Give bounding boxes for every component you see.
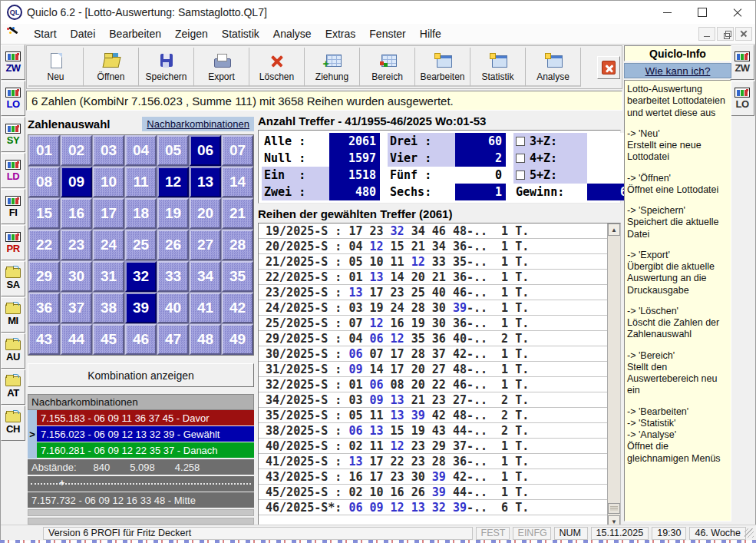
mdi-minimize-button[interactable] — [698, 27, 715, 41]
toolbar-button-bereich[interactable]: Bereich — [360, 48, 415, 87]
menu-item-start[interactable]: Start — [27, 25, 64, 43]
menu-item-hilfe[interactable]: Hilfe — [413, 25, 448, 43]
reihen-row-18[interactable]: 46/2025-S*: 06 09 12 13 32 39-.. 6 T. — [259, 500, 607, 515]
reihen-row-1[interactable]: 20/2025-S : 04 12 15 21 34 36-.. 1 T. — [259, 239, 607, 254]
mdi-restore-button[interactable] — [717, 27, 734, 41]
checkbox[interactable] — [516, 137, 525, 146]
rail-button-mi[interactable]: MI — [1, 297, 25, 333]
number-cell-30[interactable]: 30 — [61, 261, 92, 292]
toolbar-button-analyse[interactable]: Analyse — [526, 48, 581, 87]
menu-item-zeigen[interactable]: Zeigen — [168, 25, 215, 43]
rail-button-au[interactable]: AU — [1, 333, 25, 369]
toolbar-button-statistik[interactable]: Statistik — [470, 48, 526, 87]
rail-button-at[interactable]: AT — [1, 369, 25, 405]
scroll-up-icon[interactable]: ▲ — [608, 223, 620, 236]
menu-item-extras[interactable]: Extras — [319, 25, 363, 43]
neighbor-row-0[interactable]: 7.155.183 - 06 09 11 36 37 45 - Davor — [37, 410, 254, 425]
number-cell-37[interactable]: 37 — [61, 293, 92, 323]
scroll-thumb[interactable] — [608, 503, 620, 514]
reihen-row-16[interactable]: 43/2025-S : 16 17 23 30 39 42-.. 1 T. — [259, 469, 607, 485]
number-cell-03[interactable]: 03 — [93, 135, 124, 166]
reihen-row-5[interactable]: 24/2025-S : 03 19 24 28 30 39-.. 1 T. — [259, 300, 607, 316]
toolbar-button-öffnen[interactable]: Öffnen — [84, 48, 139, 87]
number-cell-34[interactable]: 34 — [190, 261, 221, 292]
number-cell-28[interactable]: 28 — [222, 230, 253, 260]
number-cell-29[interactable]: 29 — [28, 261, 60, 292]
toolbar-button-speichern[interactable]: Speichern — [139, 48, 194, 87]
number-cell-05[interactable]: 05 — [157, 135, 189, 166]
number-cell-21[interactable]: 21 — [222, 198, 253, 229]
reihen-row-13[interactable]: 38/2025-S : 06 13 15 19 43 44-.. 2 T. — [259, 423, 607, 439]
number-cell-24[interactable]: 24 — [93, 230, 124, 260]
number-cell-14[interactable]: 14 — [222, 167, 253, 197]
number-cell-15[interactable]: 15 — [28, 198, 60, 229]
wie-kann-ich-link[interactable]: Wie kann ich? — [624, 63, 731, 78]
number-cell-40[interactable]: 40 — [157, 293, 189, 323]
reihen-row-2[interactable]: 21/2025-S : 05 10 11 12 33 35-.. 1 T. — [259, 254, 607, 270]
number-cell-01[interactable]: 01 — [28, 135, 60, 166]
number-cell-26[interactable]: 26 — [157, 230, 189, 260]
number-cell-45[interactable]: 45 — [93, 324, 124, 355]
reihen-row-17[interactable]: 45/2025-S : 02 10 16 26 39 44-.. 1 T. — [259, 485, 607, 500]
number-cell-10[interactable]: 10 — [93, 167, 124, 197]
reihen-row-0[interactable]: 19/2025-S : 17 23 32 34 46 48-.. 1 T. — [259, 223, 607, 239]
menu-item-analyse[interactable]: Analyse — [266, 25, 319, 43]
maximize-button[interactable] — [685, 1, 720, 24]
menu-item-fenster[interactable]: Fenster — [362, 25, 412, 43]
reihen-row-12[interactable]: 35/2025-S : 05 11 13 39 42 48-.. 2 T. — [259, 408, 607, 423]
number-cell-38[interactable]: 38 — [93, 293, 124, 323]
rail-button-lo[interactable]: LO — [1, 81, 25, 116]
menu-item-bearbeiten[interactable]: Bearbeiten — [102, 25, 168, 43]
number-cell-35[interactable]: 35 — [222, 261, 253, 292]
number-cell-07[interactable]: 07 — [222, 135, 253, 166]
rail-button-sy[interactable]: SY — [1, 117, 25, 152]
rail-button-zw[interactable]: ZW — [730, 45, 754, 80]
reihen-row-14[interactable]: 40/2025-S : 02 11 12 23 29 37-.. 1 T. — [259, 439, 607, 454]
rail-button-fi[interactable]: FI — [1, 189, 25, 224]
number-cell-18[interactable]: 18 — [125, 198, 157, 229]
reihen-row-8[interactable]: 30/2025-S : 06 07 17 28 37 42-.. 1 T. — [259, 346, 607, 362]
toolbar-button-ziehung[interactable]: Ziehung — [305, 48, 360, 87]
number-cell-27[interactable]: 27 — [190, 230, 221, 260]
rail-button-lo[interactable]: LO — [730, 81, 754, 116]
rail-button-ld[interactable]: LD — [1, 153, 25, 188]
number-cell-08[interactable]: 08 — [28, 167, 60, 197]
number-cell-06[interactable]: 06 — [190, 135, 221, 166]
number-cell-44[interactable]: 44 — [61, 324, 92, 355]
number-cell-42[interactable]: 42 — [222, 293, 253, 323]
number-cell-09[interactable]: 09 — [61, 167, 92, 197]
nachbarkombinationen-link[interactable]: Nachbarkombinationen — [142, 117, 254, 131]
reihen-row-11[interactable]: 34/2025-S : 03 09 13 21 23 27-.. 2 T. — [259, 392, 607, 408]
number-cell-11[interactable]: 11 — [125, 167, 157, 197]
number-cell-22[interactable]: 22 — [28, 230, 60, 260]
scrollbar[interactable]: ▲ ▼ — [607, 223, 620, 528]
number-cell-47[interactable]: 47 — [157, 324, 189, 355]
number-cell-46[interactable]: 46 — [125, 324, 157, 355]
kombination-anzeigen-button[interactable]: Kombination anzeigen — [28, 363, 254, 387]
close-button[interactable] — [720, 1, 755, 24]
reihen-row-4[interactable]: 23/2025-S : 13 17 23 25 40 46-.. 1 T. — [259, 285, 607, 300]
number-cell-31[interactable]: 31 — [93, 261, 124, 292]
number-cell-49[interactable]: 49 — [222, 324, 253, 355]
number-cell-23[interactable]: 23 — [61, 230, 92, 260]
minimize-button[interactable] — [649, 1, 685, 24]
reihen-row-9[interactable]: 31/2025-S : 09 14 17 20 27 48-.. 1 T. — [259, 362, 607, 377]
menu-item-statistik[interactable]: Statistik — [215, 25, 266, 43]
number-cell-43[interactable]: 43 — [28, 324, 60, 355]
rail-button-sa[interactable]: SA — [1, 261, 25, 296]
rail-button-zw[interactable]: ZW — [1, 45, 25, 80]
rail-button-pr[interactable]: PR — [1, 225, 25, 260]
reihen-row-15[interactable]: 41/2025-S : 13 17 22 23 28 36-.. 1 T. — [259, 454, 607, 469]
number-cell-33[interactable]: 33 — [157, 261, 189, 292]
reihen-row-6[interactable]: 25/2025-S : 07 12 16 19 30 36-.. 1 T. — [259, 316, 607, 331]
number-cell-41[interactable]: 41 — [190, 293, 221, 323]
checkbox[interactable] — [516, 171, 525, 180]
checkbox[interactable] — [516, 154, 525, 163]
number-cell-16[interactable]: 16 — [61, 198, 92, 229]
rail-button-ch[interactable]: CH — [1, 406, 25, 441]
menu-item-datei[interactable]: Datei — [64, 25, 103, 43]
number-cell-17[interactable]: 17 — [93, 198, 124, 229]
neighbor-row-1[interactable]: 7.156.023 - 06 09 12 13 32 39 - Gewählt — [37, 426, 254, 442]
reihen-row-7[interactable]: 29/2025-S : 04 06 12 35 36 40-.. 2 T. — [259, 331, 607, 346]
number-cell-32[interactable]: 32 — [125, 261, 157, 292]
